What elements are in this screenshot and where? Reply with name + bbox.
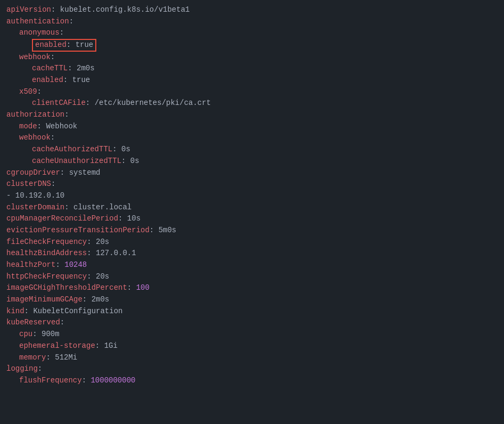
code-line: anonymous:	[6, 27, 498, 39]
code-line: webhook:	[6, 52, 498, 63]
code-line: kind: KubeletConfiguration	[6, 306, 498, 317]
code-line: apiVersion: kubelet.config.k8s.io/v1beta…	[6, 4, 498, 16]
code-line: enabled: true	[6, 39, 498, 52]
code-line: imageMinimumGCAge: 2m0s	[6, 294, 498, 306]
code-line: mode: Webhook	[6, 121, 498, 133]
code-line: kubeReserved:	[6, 317, 498, 329]
code-line: authorization:	[6, 109, 498, 121]
code-line: - 10.192.0.10	[6, 190, 498, 202]
code-line: clusterDNS:	[6, 178, 498, 190]
code-line: x509:	[6, 86, 498, 98]
code-line: cpuManagerReconcilePeriod: 10s	[6, 213, 498, 225]
code-line: clusterDomain: cluster.local	[6, 202, 498, 214]
code-line: cacheAuthorizedTTL: 0s	[6, 144, 498, 156]
code-line: evictionPressureTransitionPeriod: 5m0s	[6, 225, 498, 237]
code-line: cpu: 900m	[6, 329, 498, 340]
code-line: enabled: true	[6, 75, 498, 86]
highlighted-value: enabled: true	[32, 39, 96, 52]
code-line: logging:	[6, 363, 498, 375]
code-line: httpCheckFrequency: 20s	[6, 271, 498, 283]
code-line: authentication:	[6, 16, 498, 28]
code-line: clientCAFile: /etc/kubernetes/pki/ca.crt	[6, 97, 498, 109]
code-line: healthzBindAddress: 127.0.0.1	[6, 248, 498, 259]
code-line: memory: 512Mi	[6, 352, 498, 364]
code-line: ephemeral-storage: 1Gi	[6, 340, 498, 352]
code-line: cgroupDriver: systemd	[6, 167, 498, 179]
code-line: webhook:	[6, 132, 498, 144]
code-line: imageGCHighThresholdPercent: 100	[6, 282, 498, 294]
code-line: fileCheckFrequency: 20s	[6, 237, 498, 248]
code-line: healthzPort: 10248	[6, 259, 498, 271]
code-line: cacheUnauthorizedTTL: 0s	[6, 156, 498, 167]
code-line: cacheTTL: 2m0s	[6, 63, 498, 75]
code-line: flushFrequency: 1000000000	[6, 375, 498, 387]
code-viewer: apiVersion: kubelet.config.k8s.io/v1beta…	[6, 4, 498, 387]
